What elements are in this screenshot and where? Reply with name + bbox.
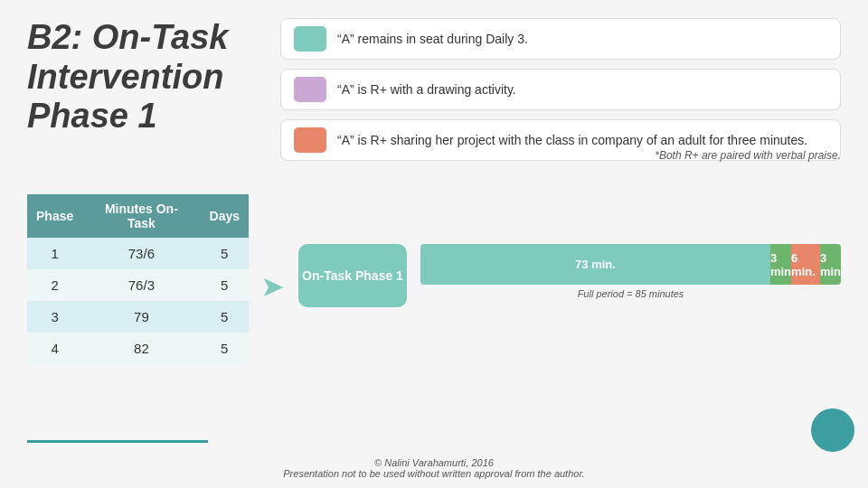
swatch-orange-3 <box>294 127 326 153</box>
title-area: B2: On-Task Intervention Phase 1 <box>27 18 253 136</box>
footer-line2: Presentation not to be used without writ… <box>0 468 868 479</box>
col-header-minutes: Minutes On-Task <box>82 194 200 238</box>
table-cell: 3 <box>27 301 82 333</box>
table-row: 173/65 <box>27 238 249 269</box>
footer: © Nalini Varahamurti, 2016 Presentation … <box>0 457 868 479</box>
table-cell: 5 <box>201 238 249 269</box>
table-row: 276/35 <box>27 269 249 301</box>
info-box-2: “A” is R+ with a drawing activity. <box>280 69 841 110</box>
bottom-line <box>27 440 208 443</box>
page: B2: On-Task Intervention Phase 1 “A” rem… <box>0 0 868 488</box>
table-cell: 4 <box>27 333 82 364</box>
on-task-phase-box: On-Task Phase 1 <box>298 244 407 307</box>
info-text-2: “A” is R+ with a drawing activity. <box>337 81 516 98</box>
table-cell: 79 <box>82 301 200 333</box>
table-area: Phase Minutes On-Task Days 173/65276/353… <box>27 194 249 364</box>
footer-line1: © Nalini Varahamurti, 2016 <box>0 457 868 468</box>
time-segment: 3 min <box>820 244 841 285</box>
info-text-3: “A” is R+ sharing her project with the c… <box>337 132 807 148</box>
swatch-green-1 <box>294 26 326 52</box>
info-text-1: “A” remains in seat during Daily 3. <box>337 31 528 47</box>
table-cell: 1 <box>27 238 82 269</box>
time-segment: 73 min. <box>420 244 770 285</box>
page-title: B2: On-Task Intervention Phase 1 <box>27 18 253 136</box>
col-header-phase: Phase <box>27 194 82 238</box>
info-box-1: “A” remains in seat during Daily 3. <box>280 18 841 60</box>
col-header-days: Days <box>201 194 249 238</box>
arrow-icon: ➤ <box>260 269 285 304</box>
table-cell: 73/6 <box>82 238 200 269</box>
time-bars: 73 min.3 min6 min.3 min Full period = 85… <box>420 244 841 299</box>
table-cell: 5 <box>201 269 249 301</box>
table-cell: 76/3 <box>82 269 200 301</box>
table-cell: 82 <box>82 333 200 364</box>
table-cell: 5 <box>201 333 249 364</box>
info-boxes: “A” remains in seat during Daily 3. “A” … <box>280 18 841 170</box>
decorative-circle <box>811 408 854 452</box>
time-segment: 6 min. <box>791 244 820 285</box>
starred-note: *Both R+ are paired with verbal praise. <box>443 149 841 162</box>
data-table: Phase Minutes On-Task Days 173/65276/353… <box>27 194 249 364</box>
time-segment: 3 min <box>770 244 791 285</box>
table-cell: 5 <box>201 301 249 333</box>
table-row: 3795 <box>27 301 249 333</box>
table-cell: 2 <box>27 269 82 301</box>
table-row: 4825 <box>27 333 249 364</box>
time-row: 73 min.3 min6 min.3 min <box>420 244 841 285</box>
full-period-label: Full period = 85 minutes <box>420 288 841 299</box>
on-task-label: On-Task Phase 1 <box>302 267 403 284</box>
swatch-purple-2 <box>294 77 326 102</box>
